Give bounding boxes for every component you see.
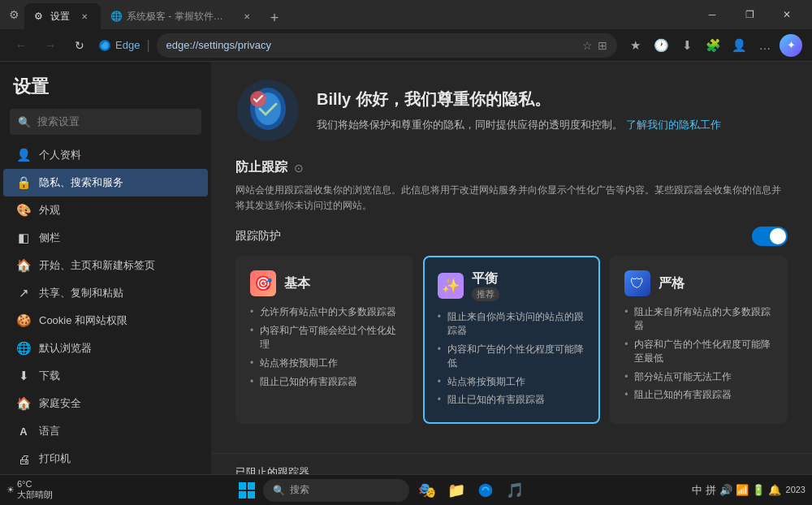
edge-logo: Edge (97, 38, 140, 53)
title-bar: ⚙ ⚙ 设置 ✕ 🌐 系统极客 - 掌握软件技能 ✕ + ─ ❐ ✕ (0, 0, 812, 29)
tab-xijike-close[interactable]: ✕ (240, 10, 253, 23)
url-bar[interactable]: edge://settings/privacy ☆ ⊞ (157, 33, 617, 58)
settings-more-icon[interactable]: … (754, 34, 776, 57)
strict-card-title: 严格 (659, 275, 685, 292)
sidebar-item-family-label: 家庭安全 (39, 396, 81, 411)
weather-icon: ☀ (6, 485, 15, 495)
downloads-icon[interactable]: ⬇ (676, 34, 698, 57)
close-button[interactable]: ✕ (768, 0, 806, 29)
battery-icon[interactable]: 🔋 (752, 484, 765, 496)
sidebar-item-download[interactable]: ⬇ 下载 (3, 362, 208, 390)
sidebar-item-cookies[interactable]: 🍪 Cookie 和网站权限 (3, 307, 208, 335)
new-tab-button[interactable]: + (263, 6, 286, 29)
sidebar-item-privacy-label: 隐私、搜索和服务 (39, 175, 123, 190)
blocked-trackers-title: 已阻止的跟踪器 (235, 465, 401, 474)
sidebar-item-printer-label: 打印机 (39, 451, 71, 466)
tracker-card-basic[interactable]: 🎯 基本 允许所有站点中的大多数跟踪器 内容和广告可能会经过个性化处理 站点将按… (235, 256, 413, 424)
profile-icon: 👤 (16, 148, 31, 162)
taskbar-app-emoji[interactable]: 🎭 (414, 477, 440, 503)
star-icon[interactable]: ☆ (582, 39, 593, 52)
sidebar-item-cookies-label: Cookie 和网站权限 (39, 313, 127, 328)
taskbar-app-edge[interactable] (473, 477, 499, 503)
url-separator: | (146, 38, 149, 53)
tracking-section-title: 防止跟踪 ⊙ (235, 159, 788, 176)
sidebar-item-language[interactable]: A 语言 (3, 417, 208, 445)
weather-desc: 大部晴朗 (17, 489, 53, 501)
cookies-icon: 🍪 (16, 313, 31, 328)
minimize-button[interactable]: ─ (693, 0, 731, 29)
collection-icon[interactable]: ⊞ (598, 39, 607, 52)
sidebar-item-browser-label: 默认浏览器 (39, 341, 92, 356)
sidebar-item-appearance[interactable]: 🎨 外观 (3, 196, 208, 224)
account-icon[interactable]: 👤 (728, 34, 750, 57)
balanced-item-1: 阻止来自你尚未访问的站点的跟踪器 (438, 308, 586, 340)
taskbar-app-folder[interactable]: 📁 (443, 477, 469, 503)
start-button[interactable] (235, 479, 258, 502)
taskbar-apps: 🎭 📁 🎵 (414, 477, 528, 503)
printer-icon: 🖨 (16, 451, 31, 466)
balanced-item-3: 站点将按预期工作 (438, 373, 586, 391)
privacy-link[interactable]: 了解我们的隐私工作 (626, 119, 721, 131)
taskbar-time[interactable]: 2023 (786, 484, 806, 495)
favorites-icon[interactable]: ★ (624, 34, 646, 57)
privacy-header-text: Billy 你好，我们尊重你的隐私。 我们将始终保护和尊重你的隐私，同时提供应得… (317, 88, 721, 133)
svg-rect-6 (239, 491, 246, 499)
taskbar-search[interactable]: 🔍 搜索 (263, 479, 409, 502)
sidebar-item-profile-label: 个人资料 (39, 148, 81, 162)
pinyin-icon[interactable]: 拼 (706, 483, 716, 498)
sidebar-item-printer[interactable]: 🖨 打印机 (3, 445, 208, 473)
strict-card-header: 🛡 严格 (624, 270, 773, 296)
blocked-trackers-row[interactable]: 已阻止的跟踪器 查看我们已阻止其对你进行跟踪的站点 › (211, 453, 812, 474)
tracker-card-strict[interactable]: 🛡 严格 阻止来自所有站点的大多数跟踪器 内容和广告的个性化程度可能降至最低 部… (610, 256, 788, 424)
tracking-toggle[interactable] (752, 227, 788, 246)
sidebar-item-newtab[interactable]: 🏠 开始、主页和新建标签页 (3, 252, 208, 279)
extensions-icon[interactable]: 🧩 (702, 34, 724, 57)
history-icon[interactable]: 🕐 (650, 34, 672, 57)
tab-settings[interactable]: ⚙ 设置 ✕ (24, 3, 101, 29)
content-area: Billy 你好，我们尊重你的隐私。 我们将始终保护和尊重你的隐私，同时提供应得… (211, 62, 812, 474)
time-display: 2023 (786, 484, 806, 495)
basic-item-1: 允许所有站点中的大多数跟踪器 (250, 303, 399, 322)
sidebar-title: 设置 (0, 68, 211, 109)
sidebar-item-share[interactable]: ↗ 共享、复制和粘贴 (3, 279, 208, 307)
language-icon: A (16, 424, 31, 438)
edge-label: Edge (115, 39, 140, 51)
weather-widget[interactable]: ☀ 6°C 大部晴朗 (6, 479, 53, 501)
network-icon[interactable]: 📶 (736, 484, 749, 496)
greeting-desc: 我们将始终保护和尊重你的隐私，同时提供应得的透明度和控制。 了解我们的隐私工作 (317, 117, 721, 133)
share-icon: ↗ (16, 286, 31, 300)
volume-icon[interactable]: 🔊 (719, 484, 732, 496)
tracker-card-balanced[interactable]: ✨ 平衡 推荐 阻止来自你尚未访问的站点的跟踪器 内容和广告的个性化程度可能降低… (423, 256, 601, 424)
appearance-icon: 🎨 (16, 203, 31, 218)
sidebar-item-sidebar[interactable]: ◧ 侧栏 (3, 224, 208, 252)
taskbar: ☀ 6°C 大部晴朗 🔍 搜索 🎭 📁 🎵 (0, 474, 812, 505)
sidebar-item-appearance-label: 外观 (39, 203, 60, 218)
sidebar-item-profile[interactable]: 👤 个人资料 (3, 141, 208, 169)
basic-card-title: 基本 (284, 275, 310, 292)
search-settings-box[interactable]: 🔍 搜索设置 (10, 109, 201, 135)
balanced-card-list: 阻止来自你尚未访问的站点的跟踪器 内容和广告的个性化程度可能降低 站点将按预期工… (438, 308, 586, 409)
copilot-button[interactable]: ✦ (780, 34, 802, 57)
tracking-help-icon[interactable]: ⊙ (294, 162, 304, 175)
svg-rect-5 (248, 482, 255, 490)
taskbar-app-music[interactable]: 🎵 (502, 477, 528, 503)
forward-button[interactable]: → (39, 34, 62, 57)
download-icon: ⬇ (16, 369, 31, 383)
bell-icon[interactable]: 🔔 (768, 484, 781, 496)
refresh-button[interactable]: ↻ (68, 34, 91, 57)
tab-settings-close[interactable]: ✕ (78, 10, 91, 23)
sidebar-item-family[interactable]: 🏠 家庭安全 (3, 390, 208, 417)
tracking-section: 防止跟踪 ⊙ 网站会使用跟踪器收集你的浏览信息。此信息将用于改进网站服务并向你显… (211, 159, 812, 453)
back-button[interactable]: ← (10, 34, 32, 57)
ime-icon[interactable]: 中 (692, 483, 702, 498)
tab-xijike[interactable]: 🌐 系统极客 - 掌握软件技能 ✕ (101, 3, 263, 29)
maximize-button[interactable]: ❐ (731, 0, 768, 29)
taskbar-center: 🔍 搜索 🎭 📁 🎵 (75, 477, 689, 503)
strict-item-4: 阻止已知的有害跟踪器 (624, 386, 773, 404)
basic-icon: 🎯 (250, 270, 276, 296)
sidebar-item-browser[interactable]: 🌐 默认浏览器 (3, 335, 208, 362)
sidebar-item-privacy[interactable]: 🔒 隐私、搜索和服务 (3, 169, 208, 196)
address-bar: ← → ↻ Edge | edge://settings/privacy ☆ ⊞… (0, 29, 812, 62)
xijike-favicon: 🌐 (110, 11, 122, 22)
taskbar-search-icon: 🔍 (273, 485, 285, 496)
